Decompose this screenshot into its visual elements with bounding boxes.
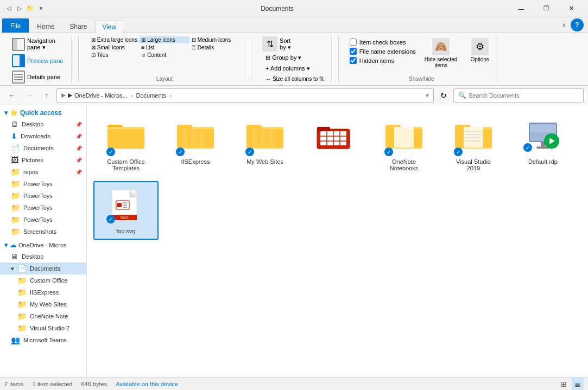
search-input[interactable] <box>469 92 579 99</box>
sidebar-quick-access[interactable]: ▾ ⭐ Quick access <box>0 107 86 118</box>
item-check-boxes-toggle[interactable]: Item check boxes <box>350 39 416 46</box>
onedrive-label: OneDrive - Micros <box>18 242 67 248</box>
back-icon[interactable]: ◁ <box>4 4 13 13</box>
sidebar-powertoys1-label: PowerToys <box>23 181 53 187</box>
back-button[interactable]: ← <box>4 88 20 103</box>
sidebar-od-documents[interactable]: ▾ 📄 Documents <box>0 263 86 274</box>
file-item-custom-office[interactable]: ✓ Custom OfficeTemplates <box>93 112 159 177</box>
refresh-button[interactable]: ↻ <box>436 88 451 103</box>
addr-dropdown-icon[interactable]: ▾ <box>426 92 429 99</box>
sidebar-od-mywebsites[interactable]: 📁 My Web Sites <box>0 298 86 310</box>
msteams-icon: 👥 <box>11 336 20 344</box>
sidebar-item-screenshots[interactable]: 📁 Screenshots <box>0 226 86 238</box>
file-size: 646 bytes <box>81 381 107 387</box>
iisexpress-label: IISExpress <box>181 158 210 165</box>
details-pane-button[interactable]: Details pane <box>9 69 64 85</box>
svg-rect-7 <box>182 129 188 148</box>
layout-medium[interactable]: ⊟Medium icons <box>190 36 239 43</box>
file-item-vstudio[interactable]: ✓ Visual Studio2019 <box>441 112 506 177</box>
dropdown-icon[interactable]: ▾ <box>37 4 46 13</box>
group-by-button[interactable]: ⊞ Group by ▾ <box>262 53 305 62</box>
file-item-red-folder[interactable] <box>302 112 367 177</box>
quick-access-icon: ⭐ <box>10 109 18 117</box>
layout-extra-large[interactable]: ⊞Extra large icons <box>90 36 139 43</box>
forward-icon[interactable]: ▷ <box>15 4 24 13</box>
navigation-pane-button[interactable]: Navigationpane ▾ <box>9 36 59 52</box>
sidebar-od-msteams[interactable]: 👥 Microsoft Teams <box>0 334 86 346</box>
sidebar-vstudio-label: Visual Studio 2 <box>30 325 69 331</box>
sidebar-pictures-label: Pictures <box>22 157 43 163</box>
sidebar-item-powertoys2[interactable]: 📁 PowerToys <box>0 190 86 202</box>
hidden-items-toggle[interactable]: Hidden items <box>350 57 416 64</box>
address-bar[interactable]: ▶ ▶ OneDrive - Micros... › Documents › ▾ <box>56 88 434 103</box>
details-toggle[interactable]: ≣ <box>572 378 584 390</box>
file-name-extensions-checkbox[interactable] <box>350 48 357 55</box>
options-button[interactable]: ⚙ Options <box>466 36 493 64</box>
tab-view[interactable]: View <box>95 21 123 33</box>
layout-tiles[interactable]: ⊡Tiles <box>90 52 139 59</box>
minimize-button[interactable]: — <box>509 0 534 17</box>
layout-small[interactable]: ⊠Small icons <box>90 44 139 51</box>
layout-details[interactable]: ≣Details <box>190 44 239 51</box>
window-controls[interactable]: — ❐ ✕ <box>509 0 584 17</box>
sidebar-od-iisexpress[interactable]: 📁 IISExpress <box>0 286 86 298</box>
custom-office-icon: 📁 <box>17 276 27 285</box>
file-name-extensions-toggle[interactable]: File name extensions <box>350 48 416 55</box>
sidebar-item-powertoys4[interactable]: 📁 PowerToys <box>0 214 86 226</box>
item-count: 7 items <box>4 381 23 387</box>
file-item-mywebsites[interactable]: ✓ My Web Sites <box>232 112 298 177</box>
forward-button[interactable]: → <box>22 88 37 103</box>
file-item-default-rdp[interactable]: ✓ Default.rdp <box>510 112 576 177</box>
hidden-items-checkbox[interactable] <box>350 57 357 64</box>
check-badge: ✓ <box>106 148 115 156</box>
search-bar[interactable]: 🔍 <box>453 88 584 103</box>
sidebar-item-repos[interactable]: 📁 repos 📌 <box>0 166 86 178</box>
add-columns-button[interactable]: + Add columns ▾ <box>262 64 313 73</box>
layout-items: ⊞Extra large icons ⊞Large icons ⊟Medium … <box>90 36 239 75</box>
large-icons-toggle[interactable]: ⊞ <box>558 378 570 390</box>
ribbon-group-layout: ⊞Extra large icons ⊞Large icons ⊟Medium … <box>85 35 244 83</box>
tab-file[interactable]: File <box>2 18 29 33</box>
sidebar-od-desktop-label: Desktop <box>22 253 43 260</box>
tab-home[interactable]: Home <box>30 20 61 33</box>
size-all-columns-button[interactable]: ↔ Size all columns to fit <box>262 75 327 83</box>
quick-access-label: Quick access <box>20 109 62 117</box>
close-button[interactable]: ✕ <box>559 0 584 17</box>
sidebar-od-vstudio[interactable]: 📁 Visual Studio 2 <box>0 322 86 334</box>
file-item-onenote[interactable]: ✓ OneNoteNotebooks <box>371 112 437 177</box>
sidebar-item-desktop[interactable]: 🖥 Desktop 📌 <box>0 118 86 130</box>
mywebsites-label: My Web Sites <box>246 158 283 165</box>
layout-large[interactable]: ⊞Large icons <box>140 36 189 43</box>
layout-content[interactable]: ≋Content <box>140 52 189 59</box>
ribbon-collapse-icon[interactable]: ∧ <box>560 21 568 30</box>
up-button[interactable]: ↑ <box>39 88 54 103</box>
svg-rect-11 <box>246 125 262 129</box>
sidebar-item-pictures[interactable]: 🖼 Pictures 📌 <box>0 154 86 166</box>
help-button[interactable]: ? <box>571 18 584 31</box>
file-item-iisexpress[interactable]: ✓ IISExpress <box>163 112 228 177</box>
maximize-button[interactable]: ❐ <box>534 0 559 17</box>
sidebar-item-powertoys1[interactable]: 📁 PowerToys <box>0 178 86 190</box>
item-check-boxes-checkbox[interactable] <box>350 39 357 46</box>
pin-icon-repos: 📌 <box>75 169 82 175</box>
sidebar-od-onenote[interactable]: 📁 OneNote Note <box>0 310 86 322</box>
documents-qa-icon: 📄 <box>11 144 20 152</box>
hide-selected-button[interactable]: 🙈 Hide selecteditems <box>420 36 462 70</box>
layout-list[interactable]: ≡List <box>140 44 189 51</box>
vstudio-label: Visual Studio2019 <box>456 158 491 171</box>
preview-pane-button[interactable]: Preview pane <box>9 53 67 68</box>
sidebar-onedrive[interactable]: ▾ ☁ OneDrive - Micros <box>0 240 86 251</box>
sidebar: ▾ ⭐ Quick access 🖥 Desktop 📌 ⬇ Downloads… <box>0 105 87 377</box>
od-desktop-icon: 🖥 <box>11 252 18 261</box>
sidebar-item-powertoys3[interactable]: 📁 PowerToys <box>0 202 86 214</box>
tab-share[interactable]: Share <box>62 20 94 33</box>
sidebar-item-downloads[interactable]: ⬇ Downloads 📌 <box>0 130 86 142</box>
pin-icon-dl: 📌 <box>75 133 82 139</box>
sidebar-downloads-label: Downloads <box>21 133 50 139</box>
sidebar-od-desktop[interactable]: 🖥 Desktop <box>0 251 86 263</box>
svg-rect-5 <box>177 125 192 129</box>
sidebar-item-documents[interactable]: 📄 Documents 📌 <box>0 142 86 154</box>
sidebar-od-custom-office[interactable]: 📁 Custom Office <box>0 274 86 286</box>
svg-label: foo.svg <box>116 228 135 234</box>
file-item-foo-svg[interactable]: SVG ✓ foo.svg <box>93 181 159 240</box>
